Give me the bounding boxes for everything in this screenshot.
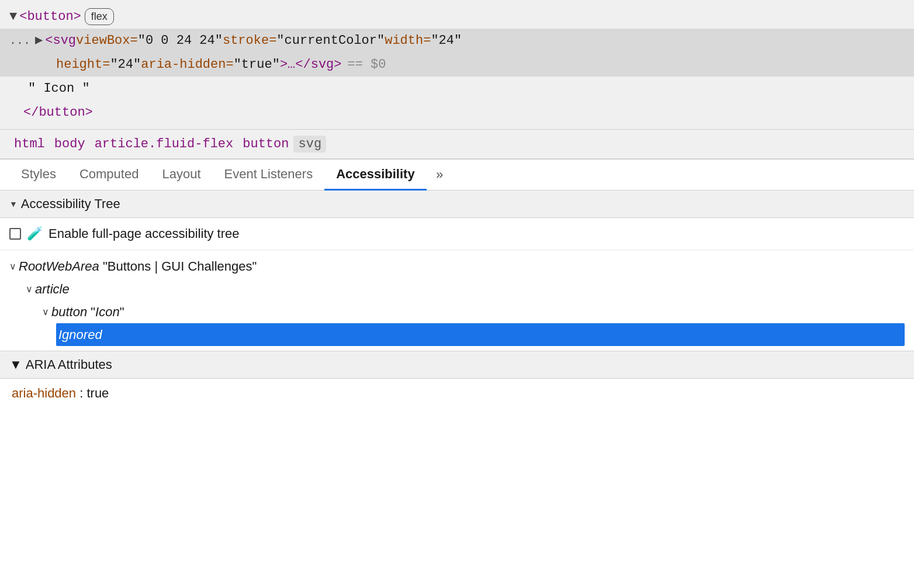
- rootwebarea-value: "Buttons | GUI Challenges": [103, 257, 257, 276]
- tab-layout[interactable]: Layout: [150, 160, 212, 191]
- article-chevron: ∨: [26, 282, 33, 296]
- tree-section-arrow[interactable]: ▼: [9, 199, 18, 209]
- rootwebarea-chevron: ∨: [9, 260, 16, 274]
- text-node: " Icon ": [28, 79, 90, 98]
- dom-dots: ...: [9, 32, 30, 50]
- aria-hidden-name: aria-hidden: [12, 386, 76, 400]
- svg-stroke-attr: stroke=: [223, 31, 276, 50]
- dom-dollar: == $0: [348, 55, 386, 74]
- accessibility-panel: ▼ Accessibility Tree 🧪 Enable full-page …: [0, 191, 914, 408]
- aria-section-arrow[interactable]: ▼: [9, 357, 22, 372]
- text-node-line: " Icon ": [0, 77, 914, 101]
- svg-ariahidden-value: "true": [234, 55, 280, 74]
- svg-height-attr: height=: [56, 55, 110, 74]
- button-tag: <button>: [19, 7, 81, 26]
- dom-inspector: ▼ <button> flex ... ▶ <svg viewBox="0 0 …: [0, 0, 914, 130]
- expand-arrow[interactable]: ▼: [9, 7, 17, 26]
- ignored-type: Ignored: [58, 325, 102, 344]
- button-value: "Icon": [91, 302, 124, 321]
- svg-height-value: "24": [110, 55, 141, 74]
- breadcrumb: html body article.fluid-flex button svg: [0, 130, 914, 160]
- aria-hidden-colon: :: [79, 386, 86, 400]
- breadcrumb-html[interactable]: html: [9, 136, 50, 153]
- enable-fullpage-row: 🧪 Enable full-page accessibility tree: [0, 218, 914, 250]
- svg-tag-line: ... ▶ <svg viewBox="0 0 24 24" stroke="c…: [0, 29, 914, 53]
- button-close-tag: </button>: [23, 103, 93, 122]
- accessibility-tree: ∨ RootWebArea "Buttons | GUI Challenges"…: [0, 250, 914, 351]
- svg-close-partial: >…</svg>: [280, 55, 342, 74]
- svg-width-value: "24": [431, 31, 462, 50]
- tree-section-title: Accessibility Tree: [21, 196, 120, 212]
- flex-badge: flex: [85, 8, 114, 25]
- enable-fullpage-label: Enable full-page accessibility tree: [49, 226, 240, 241]
- svg-tag: <svg: [45, 31, 76, 50]
- svg-ariahidden-attr: aria-hidden=: [141, 55, 233, 74]
- tab-accessibility[interactable]: Accessibility: [324, 160, 427, 191]
- accessibility-tree-header: ▼ Accessibility Tree: [0, 191, 914, 218]
- breadcrumb-article[interactable]: article.fluid-flex: [90, 136, 238, 153]
- beaker-icon: 🧪: [27, 226, 43, 241]
- enable-fullpage-checkbox[interactable]: [9, 228, 21, 240]
- rootwebarea-type: RootWebArea: [19, 257, 99, 276]
- tree-node-ignored[interactable]: Ignored: [56, 323, 905, 346]
- tab-more[interactable]: »: [427, 161, 453, 190]
- tree-node-article[interactable]: ∨ article: [26, 278, 905, 300]
- button-close-line: </button>: [0, 101, 914, 124]
- breadcrumb-svg[interactable]: svg: [293, 136, 326, 153]
- svg-expand-arrow[interactable]: ▶: [35, 31, 43, 50]
- button-type: button: [51, 302, 87, 321]
- tab-computed[interactable]: Computed: [68, 160, 151, 191]
- aria-hidden-value: true: [86, 386, 109, 400]
- button-chevron: ∨: [42, 305, 49, 319]
- tree-node-rootwebarea[interactable]: ∨ RootWebArea "Buttons | GUI Challenges": [9, 255, 905, 278]
- tab-event-listeners[interactable]: Event Listeners: [213, 160, 325, 191]
- tab-styles[interactable]: Styles: [9, 160, 68, 191]
- button-tag-line: ▼ <button> flex: [0, 5, 914, 29]
- svg-stroke-value: "currentColor": [276, 31, 385, 50]
- breadcrumb-button[interactable]: button: [238, 136, 293, 153]
- svg-viewbox-value: "0 0 24 24": [138, 31, 223, 50]
- svg-width-attr: width=: [385, 31, 431, 50]
- article-type: article: [35, 279, 70, 299]
- svg-tag-line-2: height="24" aria-hidden="true" >…</svg> …: [0, 53, 914, 77]
- tree-node-button[interactable]: ∨ button "Icon": [42, 300, 905, 323]
- panel-tabs: Styles Computed Layout Event Listeners A…: [0, 160, 914, 191]
- svg-viewbox-attr: viewBox=: [76, 31, 138, 50]
- aria-hidden-row: aria-hidden : true: [0, 379, 914, 408]
- aria-section-title: ARIA Attributes: [26, 357, 112, 372]
- breadcrumb-body[interactable]: body: [50, 136, 90, 153]
- aria-attributes-header: ▼ ARIA Attributes: [0, 351, 914, 379]
